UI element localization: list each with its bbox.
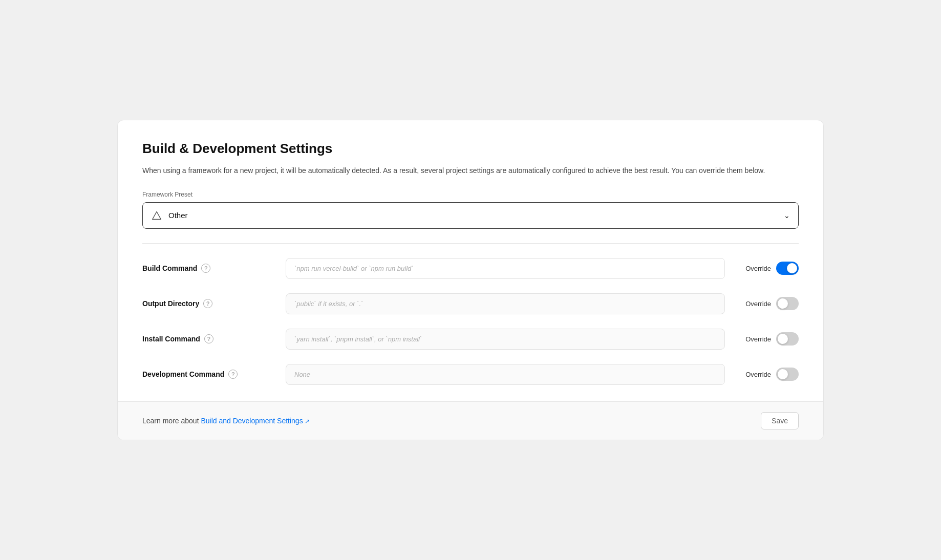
output-directory-help-icon[interactable]: ? [203, 299, 212, 308]
description-text: When using a framework for a new project… [142, 165, 787, 176]
output-directory-row: Output Directory ? Override [142, 293, 799, 314]
development-command-override-group: Override [737, 368, 799, 381]
framework-preset-label: Framework Preset [142, 191, 799, 198]
output-directory-toggle-thumb [778, 298, 788, 309]
development-command-input[interactable] [286, 364, 725, 385]
install-command-label-group: Install Command ? [142, 334, 286, 343]
install-command-row: Install Command ? Override [142, 329, 799, 350]
output-directory-toggle[interactable] [776, 297, 799, 310]
build-command-row: Build Command ? Override [142, 258, 799, 279]
svg-marker-0 [153, 211, 161, 219]
development-command-row: Development Command ? Override [142, 364, 799, 385]
development-command-label-group: Development Command ? [142, 370, 286, 379]
framework-select[interactable]: Other ⌄ [142, 202, 799, 229]
footer-learn-more: Learn more about Build and Development S… [142, 416, 310, 425]
build-command-input[interactable] [286, 258, 725, 279]
card-footer: Learn more about Build and Development S… [118, 401, 823, 440]
development-command-label: Development Command [142, 370, 224, 378]
output-directory-override-label: Override [745, 300, 771, 308]
install-command-toggle-thumb [778, 334, 788, 344]
build-command-toggle-thumb [787, 263, 797, 273]
install-command-override-group: Override [737, 332, 799, 346]
triangle-icon [151, 210, 162, 221]
page-title: Build & Development Settings [142, 141, 799, 157]
build-command-toggle[interactable] [776, 262, 799, 275]
development-command-toggle-thumb [778, 369, 788, 379]
install-command-help-icon[interactable]: ? [204, 334, 213, 343]
footer-link-text: Build and Development Settings [201, 417, 303, 425]
footer-learn-more-text: Learn more about [142, 417, 201, 425]
output-directory-input[interactable] [286, 293, 725, 314]
chevron-down-icon: ⌄ [784, 211, 790, 220]
install-command-input[interactable] [286, 329, 725, 350]
build-command-label-group: Build Command ? [142, 264, 286, 273]
build-command-override-group: Override [737, 262, 799, 275]
output-directory-override-group: Override [737, 297, 799, 310]
output-directory-label: Output Directory [142, 299, 199, 308]
framework-preset-section: Framework Preset Other ⌄ [142, 191, 799, 229]
development-command-toggle[interactable] [776, 368, 799, 381]
install-command-override-label: Override [745, 335, 771, 343]
install-command-toggle[interactable] [776, 332, 799, 346]
footer-link[interactable]: Build and Development Settings↗ [201, 417, 309, 425]
development-command-override-label: Override [745, 371, 771, 378]
external-link-icon: ↗ [305, 418, 310, 425]
framework-select-inner[interactable]: Other ⌄ [143, 203, 798, 228]
settings-card: Build & Development Settings When using … [117, 120, 824, 440]
build-command-override-label: Override [745, 265, 771, 272]
install-command-label: Install Command [142, 335, 200, 343]
output-directory-label-group: Output Directory ? [142, 299, 286, 308]
save-button[interactable]: Save [761, 412, 799, 429]
build-command-label: Build Command [142, 264, 197, 272]
section-divider [142, 243, 799, 244]
build-command-help-icon[interactable]: ? [201, 264, 210, 273]
development-command-help-icon[interactable]: ? [228, 370, 238, 379]
card-body: Build & Development Settings When using … [118, 120, 823, 401]
framework-selected-value: Other [168, 211, 784, 220]
